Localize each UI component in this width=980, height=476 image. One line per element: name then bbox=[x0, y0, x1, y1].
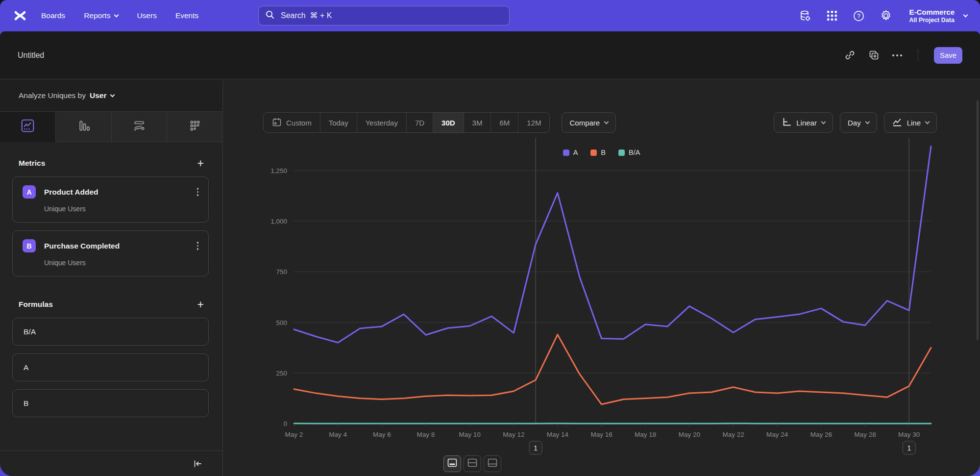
chevron-down-icon bbox=[821, 119, 826, 124]
date-range-label: 3M bbox=[472, 119, 483, 127]
formulas-title: Formulas bbox=[19, 300, 53, 309]
help-icon[interactable]: ? bbox=[853, 10, 865, 22]
line-chart-icon bbox=[21, 119, 34, 134]
apps-grid-icon[interactable] bbox=[826, 10, 838, 22]
project-subtitle: All Project Data bbox=[909, 17, 955, 24]
formula-card[interactable]: B/A bbox=[12, 318, 209, 346]
compare-label: Compare bbox=[569, 119, 600, 127]
nav-item-events[interactable]: Events bbox=[175, 11, 198, 20]
layout-toggle-group bbox=[443, 455, 501, 472]
tab-flow-chart[interactable] bbox=[112, 112, 168, 142]
tab-metrics-grid[interactable] bbox=[167, 112, 222, 142]
data-management-icon[interactable] bbox=[799, 9, 811, 22]
dot-grid-icon bbox=[188, 119, 201, 134]
date-range-label: 7D bbox=[415, 119, 424, 127]
x-axis-tick-label: May 28 bbox=[854, 431, 876, 438]
report-title[interactable]: Untitled bbox=[18, 51, 44, 60]
date-range-label: Today bbox=[329, 119, 348, 127]
flow-chart-icon bbox=[132, 119, 146, 135]
nav-item-label: Events bbox=[175, 11, 198, 20]
calendar-icon bbox=[272, 117, 286, 128]
add-formula-button[interactable]: + bbox=[197, 300, 204, 309]
x-axis-tick-label: May 16 bbox=[590, 431, 612, 438]
top-nav-bar: BoardsReportsUsersEvents bbox=[0, 0, 980, 31]
metrics-section-header: Metrics + bbox=[19, 159, 204, 168]
date-range-custom[interactable]: Custom bbox=[264, 113, 320, 132]
layout-table-icon[interactable] bbox=[484, 455, 501, 472]
chart-style-selector[interactable]: Line bbox=[884, 112, 937, 133]
scrollbar[interactable] bbox=[977, 100, 979, 340]
metric-card[interactable]: BPurchase CompletedUnique Users bbox=[12, 230, 209, 276]
nav-item-boards[interactable]: Boards bbox=[41, 11, 65, 20]
tab-bar-chart[interactable] bbox=[56, 112, 112, 142]
search-input[interactable] bbox=[280, 11, 503, 21]
collapse-sidebar-icon[interactable] bbox=[192, 458, 203, 469]
analyze-row: Analyze Uniques by User bbox=[0, 80, 222, 112]
query-builder-sidebar: Analyze Uniques by User bbox=[0, 80, 223, 476]
date-range-3m[interactable]: 3M bbox=[464, 113, 491, 132]
report-canvas: Untitled bbox=[0, 31, 980, 476]
scale-selector[interactable]: Linear bbox=[774, 112, 833, 133]
metric-card[interactable]: AProduct AddedUnique Users bbox=[12, 176, 209, 223]
mixpanel-logo-icon[interactable] bbox=[13, 8, 27, 23]
tab-line-chart[interactable] bbox=[0, 112, 56, 142]
x-axis-tick-label: May 10 bbox=[459, 431, 480, 438]
nav-item-users[interactable]: Users bbox=[137, 11, 156, 20]
chevron-down-icon bbox=[604, 119, 609, 124]
compare-button[interactable]: Compare bbox=[562, 112, 616, 133]
chart-style-label: Line bbox=[907, 119, 921, 127]
duplicate-icon[interactable] bbox=[868, 50, 880, 61]
x-axis-tick-label: May 6 bbox=[373, 431, 391, 438]
kebab-menu-icon[interactable] bbox=[196, 241, 200, 251]
x-axis-tick-label: May 18 bbox=[635, 431, 656, 438]
link-icon[interactable] bbox=[844, 50, 856, 61]
nav-item-label: Boards bbox=[41, 11, 65, 20]
annotation-badge-label: 1 bbox=[534, 444, 538, 452]
date-range-control: CustomTodayYesterday7D30D3M6M12M bbox=[263, 112, 550, 133]
y-axis-tick-label: 500 bbox=[276, 319, 287, 326]
date-range-6m[interactable]: 6M bbox=[491, 113, 518, 132]
nav-item-reports[interactable]: Reports bbox=[84, 11, 118, 20]
date-range-30d[interactable]: 30D bbox=[433, 113, 464, 132]
add-metric-button[interactable]: + bbox=[197, 159, 204, 168]
settings-gear-icon[interactable] bbox=[880, 9, 892, 22]
series-line-a[interactable] bbox=[294, 147, 931, 343]
bar-chart-icon bbox=[77, 119, 90, 134]
date-range-label: Yesterday bbox=[366, 119, 398, 127]
save-button[interactable]: Save bbox=[934, 47, 962, 64]
analyze-value-dropdown[interactable]: User bbox=[90, 91, 106, 100]
layout-split-icon[interactable] bbox=[464, 455, 481, 472]
kebab-menu-icon[interactable] bbox=[196, 187, 200, 197]
nav-item-label: Reports bbox=[84, 11, 110, 20]
chevron-down-icon bbox=[114, 12, 119, 17]
scale-label: Linear bbox=[796, 119, 817, 127]
date-range-label: 30D bbox=[441, 119, 455, 127]
global-search[interactable] bbox=[258, 6, 510, 25]
x-axis-tick-label: May 14 bbox=[547, 431, 569, 438]
x-axis-tick-label: May 30 bbox=[898, 431, 920, 438]
y-axis-tick-label: 750 bbox=[276, 268, 287, 276]
interval-selector[interactable]: Day bbox=[840, 112, 877, 133]
date-range-yesterday[interactable]: Yesterday bbox=[357, 113, 407, 132]
date-range-today[interactable]: Today bbox=[320, 113, 357, 132]
layout-table-icon bbox=[488, 458, 497, 469]
date-range-12m[interactable]: 12M bbox=[518, 113, 549, 132]
y-axis-tick-label: 1,000 bbox=[270, 218, 287, 225]
top-right-cluster: ? E-Commerce All Project Data bbox=[799, 0, 967, 31]
formula-card[interactable]: A bbox=[12, 353, 209, 381]
divider bbox=[918, 49, 918, 62]
chevron-down-icon bbox=[110, 92, 115, 97]
project-switcher[interactable]: E-Commerce All Project Data bbox=[909, 8, 967, 24]
date-range-label: Custom bbox=[286, 119, 312, 127]
chart-panel: CustomTodayYesterday7D30D3M6M12M Compare… bbox=[223, 80, 980, 476]
x-axis-tick-label: May 24 bbox=[766, 431, 788, 438]
layout-split-icon bbox=[467, 458, 477, 469]
more-icon[interactable] bbox=[892, 54, 902, 56]
metric-subtitle: Unique Users bbox=[44, 205, 199, 213]
x-axis-tick-label: May 20 bbox=[679, 431, 700, 438]
date-range-7d[interactable]: 7D bbox=[407, 113, 433, 132]
series-line-b[interactable] bbox=[294, 334, 931, 404]
formula-card[interactable]: B bbox=[12, 389, 209, 417]
x-axis-tick-label: May 12 bbox=[503, 431, 524, 438]
layout-chart-and-table-icon[interactable] bbox=[443, 455, 461, 472]
